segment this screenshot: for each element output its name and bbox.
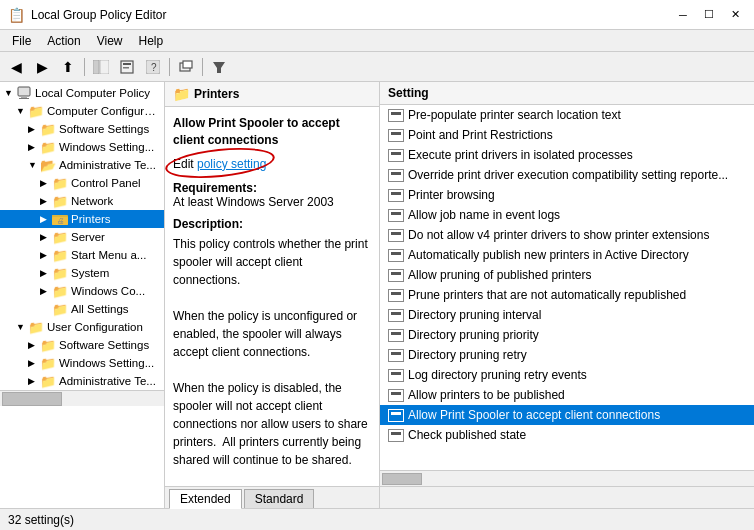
policy-icon: [388, 309, 404, 322]
right-panel: Setting Pre-populate printer search loca…: [380, 82, 754, 508]
tree-item-all-settings[interactable]: 📁 All Settings: [0, 300, 164, 318]
policy-icon: [388, 349, 404, 362]
folder-icon: 📁: [52, 301, 68, 317]
tree-item-start-menu[interactable]: ▶ 📁 Start Menu a...: [0, 246, 164, 264]
tree-horizontal-scrollbar[interactable]: [0, 390, 164, 406]
help-button[interactable]: ?: [141, 55, 165, 79]
policy-icon: [388, 329, 404, 342]
filter-button[interactable]: [207, 55, 231, 79]
folder-icon: 📁: [52, 265, 68, 281]
maximize-button[interactable]: ☐: [698, 5, 720, 25]
right-list-item[interactable]: Prune printers that are not automaticall…: [380, 285, 754, 305]
right-list-item-label: Allow Print Spooler to accept client con…: [408, 408, 660, 422]
folder-icon: 📁: [52, 283, 68, 299]
tree-expand-arrow: ▶: [40, 286, 52, 296]
right-list-item[interactable]: Log directory pruning retry events: [380, 365, 754, 385]
right-list-item-label: Allow pruning of published printers: [408, 268, 591, 282]
right-list-item[interactable]: Pre-populate printer search location tex…: [380, 105, 754, 125]
tree-item-windows-comp[interactable]: ▶ 📁 Windows Co...: [0, 282, 164, 300]
tree-item-user-admin[interactable]: ▶ 📁 Administrative Te...: [0, 372, 164, 390]
status-text: 32 setting(s): [8, 513, 74, 527]
right-horizontal-scrollbar[interactable]: [380, 470, 754, 486]
app-icon: 📋: [8, 7, 25, 23]
tree-label: Windows Setting...: [59, 141, 154, 153]
right-list-item-label: Prune printers that are not automaticall…: [408, 288, 686, 302]
tree-item-server[interactable]: ▶ 📁 Server: [0, 228, 164, 246]
right-list-item[interactable]: Do not allow v4 printer drivers to show …: [380, 225, 754, 245]
policy-icon: [388, 189, 404, 202]
menu-help[interactable]: Help: [131, 32, 172, 50]
policy-icon: [388, 389, 404, 402]
svg-rect-10: [18, 87, 30, 96]
tree-item-computer-config[interactable]: ▼ 📁 Computer Configura...: [0, 102, 164, 120]
right-list-item-label: Allow printers to be published: [408, 388, 565, 402]
policy-icon: [388, 109, 404, 122]
right-list-item[interactable]: Execute print drivers in isolated proces…: [380, 145, 754, 165]
tree-item-windows-settings[interactable]: ▶ 📁 Windows Setting...: [0, 138, 164, 156]
right-list-item[interactable]: Directory pruning interval: [380, 305, 754, 325]
right-list-item[interactable]: Printer browsing: [380, 185, 754, 205]
tree-item-user-windows[interactable]: ▶ 📁 Windows Setting...: [0, 354, 164, 372]
forward-button[interactable]: ▶: [30, 55, 54, 79]
menu-view[interactable]: View: [89, 32, 131, 50]
tree-item-control-panel[interactable]: ▶ 📁 Control Panel: [0, 174, 164, 192]
folder-icon: 🖨: [52, 211, 68, 227]
menu-action[interactable]: Action: [39, 32, 88, 50]
tree-item-user-config[interactable]: ▼ 📁 User Configuration: [0, 318, 164, 336]
description-label: Description:: [173, 217, 371, 231]
tree-item-network[interactable]: ▶ 📁 Network: [0, 192, 164, 210]
menu-file[interactable]: File: [4, 32, 39, 50]
tree-label: Start Menu a...: [71, 249, 146, 261]
up-button[interactable]: ⬆: [56, 55, 80, 79]
minimize-button[interactable]: ─: [672, 5, 694, 25]
tree-item-admin-templates[interactable]: ▼ 📂 Administrative Te...: [0, 156, 164, 174]
svg-text:?: ?: [151, 62, 157, 73]
properties-button[interactable]: [115, 55, 139, 79]
svg-rect-3: [123, 63, 131, 65]
folder-icon: 📁: [28, 319, 44, 335]
tree-label: Software Settings: [59, 123, 149, 135]
right-list-item[interactable]: Allow pruning of published printers: [380, 265, 754, 285]
menu-bar: File Action View Help: [0, 30, 754, 52]
right-list-item-label: Point and Print Restrictions: [408, 128, 553, 142]
tree-label: Printers: [71, 213, 111, 225]
folder-icon: 📁: [52, 193, 68, 209]
right-tabs: [380, 486, 754, 508]
tree-item-printers[interactable]: ▶ 🖨 Printers: [0, 210, 164, 228]
policy-icon: [388, 209, 404, 222]
policy-setting-link[interactable]: policy setting: [197, 157, 266, 171]
close-button[interactable]: ✕: [724, 5, 746, 25]
right-list-item-label: Directory pruning retry: [408, 348, 527, 362]
policy-icon: [388, 129, 404, 142]
folder-icon: 📁: [52, 175, 68, 191]
right-list-item[interactable]: Allow job name in event logs: [380, 205, 754, 225]
right-list-item[interactable]: Check published state: [380, 425, 754, 445]
tree-label: Control Panel: [71, 177, 141, 189]
right-list-item[interactable]: Allow printers to be published: [380, 385, 754, 405]
tree-item-local-computer-policy[interactable]: ▼ Local Computer Policy: [0, 84, 164, 102]
tree-expand-arrow: ▶: [28, 124, 40, 134]
tree-expand-arrow: ▶: [28, 358, 40, 368]
toolbar-separator-2: [169, 58, 170, 76]
right-list-item[interactable]: Override print driver execution compatib…: [380, 165, 754, 185]
right-list-item[interactable]: Allow Print Spooler to accept client con…: [380, 405, 754, 425]
back-button[interactable]: ◀: [4, 55, 28, 79]
tree-item-software-settings[interactable]: ▶ 📁 Software Settings: [0, 120, 164, 138]
right-list-item[interactable]: Point and Print Restrictions: [380, 125, 754, 145]
right-list-item[interactable]: Directory pruning priority: [380, 325, 754, 345]
toolbar-separator-1: [84, 58, 85, 76]
tree-item-system[interactable]: ▶ 📁 System: [0, 264, 164, 282]
tree-expand-arrow: ▶: [40, 250, 52, 260]
new-window-button[interactable]: [174, 55, 198, 79]
tab-standard[interactable]: Standard: [244, 489, 315, 508]
tree-label: Software Settings: [59, 339, 149, 351]
title-bar-controls: ─ ☐ ✕: [672, 5, 746, 25]
tree-item-user-software[interactable]: ▶ 📁 Software Settings: [0, 336, 164, 354]
right-list-item[interactable]: Automatically publish new printers in Ac…: [380, 245, 754, 265]
edit-policy-line: Edit policy setting: [173, 157, 371, 171]
svg-text:🖨: 🖨: [57, 217, 64, 224]
show-hide-console-tree-button[interactable]: [89, 55, 113, 79]
tab-extended[interactable]: Extended: [169, 489, 242, 509]
right-list-item[interactable]: Directory pruning retry: [380, 345, 754, 365]
policy-icon: [388, 169, 404, 182]
